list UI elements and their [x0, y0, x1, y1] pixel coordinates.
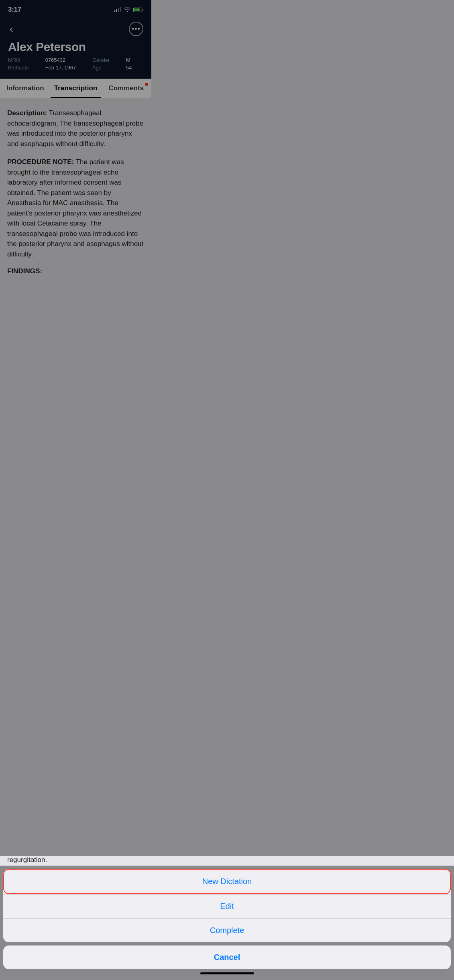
action-sheet-overlay: regurgitation. New Dictation Edit Comple… [0, 0, 151, 327]
